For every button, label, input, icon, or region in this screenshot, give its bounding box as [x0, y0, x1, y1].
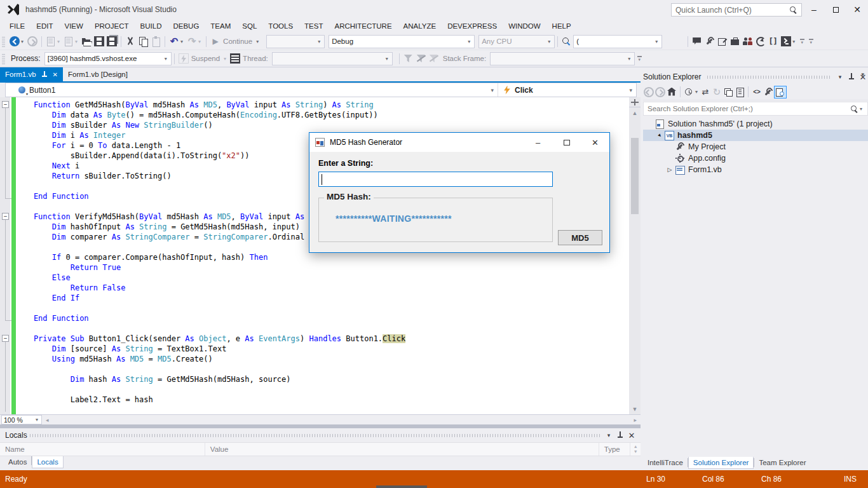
scope-dropdown[interactable]: Button1 ▾ [6, 83, 498, 97]
sync-with-active-document-button[interactable]: ⇄ [700, 85, 711, 99]
feedback-button[interactable] [691, 34, 703, 48]
home-button[interactable] [666, 85, 677, 99]
solution-explorer-search-input[interactable]: Search Solution Explorer (Ctrl+;) ▾ [643, 102, 868, 116]
close-panel-button[interactable]: ✕ [858, 72, 868, 82]
code-line[interactable]: Return False [15, 283, 629, 293]
code-line[interactable]: Dim sBuilder As New StringBuilder() [15, 120, 629, 130]
tree-item-form1-vb[interactable]: ▷Form1.vb [643, 164, 868, 175]
undo-button[interactable]: ↶▾ [168, 34, 186, 48]
code-line[interactable]: Private Sub Button1_Click(sender As Obje… [15, 334, 629, 344]
window-position-dropdown[interactable]: ▾ [604, 430, 614, 440]
chevron-collapsed-icon[interactable]: ▷ [665, 166, 675, 173]
code-line[interactable]: Else [15, 273, 629, 283]
toolbox-button[interactable] [729, 34, 742, 48]
refresh-button[interactable]: ↻ [711, 85, 722, 99]
menu-build[interactable]: BUILD [135, 22, 168, 30]
tab-team-explorer[interactable]: Team Explorer [754, 457, 810, 468]
code-line[interactable]: Dim [source] As String = TextBox1.Text [15, 344, 629, 354]
menu-help[interactable]: HELP [546, 22, 577, 30]
tab-intellitrace[interactable]: IntelliTrace [643, 457, 688, 468]
open-file-button[interactable] [80, 34, 93, 48]
collapse-region-box[interactable]: − [2, 101, 9, 108]
md5-button[interactable]: MD5 [558, 230, 602, 245]
menu-architecture[interactable]: ARCHITECTURE [329, 22, 397, 30]
debug-target-combo[interactable]: ▾ [266, 35, 325, 48]
se-tools-button[interactable] [763, 85, 774, 99]
code-line[interactable]: Dim data As Byte() = md5Hash.ComputeHash… [15, 110, 629, 120]
editor-vertical-scrollbar[interactable]: ▲ ▼ [629, 97, 641, 414]
toolbar-options-button[interactable]: ▾ [806, 34, 815, 48]
pin-icon[interactable] [41, 71, 48, 78]
show-all-files-button[interactable] [774, 86, 787, 98]
dialog-maximize-button[interactable] [552, 133, 581, 152]
toolbar-grip[interactable] [2, 36, 5, 47]
scroll-right-arrow[interactable]: ▸ [630, 417, 641, 423]
toolbar-grip[interactable] [2, 53, 5, 64]
tree-item-my-project[interactable]: My Project [643, 141, 868, 152]
close-button[interactable]: ✕ [846, 0, 868, 19]
collapse-all-button[interactable] [722, 85, 734, 99]
editor-horizontal-scrollbar[interactable]: 100 % ▾ ◂ ▸ [0, 414, 641, 424]
find-in-files-button[interactable] [560, 34, 573, 48]
code-line[interactable] [15, 323, 629, 334]
show-flagged-only-button[interactable] [428, 51, 440, 65]
menu-edit[interactable]: EDIT [31, 22, 58, 30]
quick-tools-button[interactable] [703, 34, 716, 48]
code-line[interactable]: End If [15, 293, 629, 303]
close-panel-button[interactable]: ✕ [627, 430, 637, 440]
menu-team[interactable]: TEAM [205, 22, 236, 30]
continue-button[interactable]: ▶ Continue ▾ [209, 34, 261, 48]
save-button[interactable] [93, 34, 105, 48]
menu-file[interactable]: FILE [4, 22, 31, 30]
tree-item-solution-hashmd5-1-project-[interactable]: Solution 'hashmd5' (1 project) [643, 118, 868, 130]
collapse-region-box[interactable]: − [2, 213, 9, 220]
outlining-margin[interactable]: −−− [0, 100, 15, 412]
menu-analyze[interactable]: ANALYZE [398, 22, 442, 30]
toolbar-overflow-button[interactable]: ▾ [797, 34, 806, 48]
command-window-button[interactable]: ▾ [780, 34, 797, 48]
locals-panel-header[interactable]: Locals ▾ ✕ [0, 428, 641, 442]
solution-explorer-header[interactable]: Solution Explorer ▾ ✕ [643, 70, 868, 84]
code-line[interactable] [15, 384, 629, 395]
suspend-button[interactable]: Suspend ▾ [177, 51, 229, 65]
locals-column-name[interactable]: Name [0, 443, 205, 456]
dialog-close-button[interactable]: ✕ [581, 133, 609, 152]
thread-combo[interactable]: ▾ [272, 52, 393, 65]
code-line[interactable] [15, 303, 629, 313]
tab-locals[interactable]: Locals [32, 456, 63, 468]
locals-column-value[interactable]: Value [205, 443, 599, 456]
save-all-button[interactable] [105, 34, 118, 48]
scroll-up-arrow[interactable]: ▲ [629, 108, 641, 118]
code-line[interactable]: Dim hash As String = GetMd5Hash(md5Hash,… [15, 374, 629, 384]
process-combo[interactable]: [3960] hashmd5.vshost.exe▾ [44, 52, 172, 65]
editor-zoom-combo[interactable]: 100 % ▾ [1, 415, 42, 424]
document-tab[interactable]: Form1.vb [Design] [63, 67, 133, 81]
navigate-forward-button[interactable] [26, 34, 39, 48]
team-button[interactable] [742, 34, 754, 48]
properties-button[interactable] [734, 85, 745, 99]
locals-column-type[interactable]: Type [599, 443, 630, 456]
scroll-down-arrow[interactable]: ▼ [629, 404, 641, 414]
collapse-region-box[interactable]: − [2, 335, 9, 342]
redo-button[interactable]: ↷▾ [186, 34, 203, 48]
tab-solution-explorer[interactable]: Solution Explorer [688, 457, 754, 469]
string-input[interactable] [318, 172, 553, 187]
solution-platforms-combo[interactable]: Any CPU▾ [478, 35, 555, 48]
code-line[interactable]: End Function [15, 313, 629, 323]
flag-threads-button[interactable] [402, 51, 415, 65]
tree-item-app-config[interactable]: App.config [643, 152, 868, 164]
navigate-back-button[interactable]: ▾ [8, 34, 26, 48]
code-line[interactable]: If 0 = comparer.Compare(hashOfInput, has… [15, 252, 629, 262]
member-dropdown[interactable]: Click ▾ [498, 83, 636, 97]
locals-scroll-arrows[interactable]: ▲▼ [630, 444, 641, 454]
menu-sql[interactable]: SQL [236, 22, 262, 30]
tab-autos[interactable]: Autos [4, 456, 31, 468]
history-button[interactable] [754, 34, 767, 48]
code-line[interactable]: Label2.Text = hash [15, 395, 629, 405]
selection-button[interactable] [767, 34, 780, 48]
menu-test[interactable]: TEST [299, 22, 329, 30]
restore-button[interactable] [825, 0, 846, 19]
cut-button[interactable] [124, 34, 137, 48]
pin-button[interactable] [615, 430, 625, 440]
menu-devexpress[interactable]: DEVEXPRESS [442, 22, 503, 30]
